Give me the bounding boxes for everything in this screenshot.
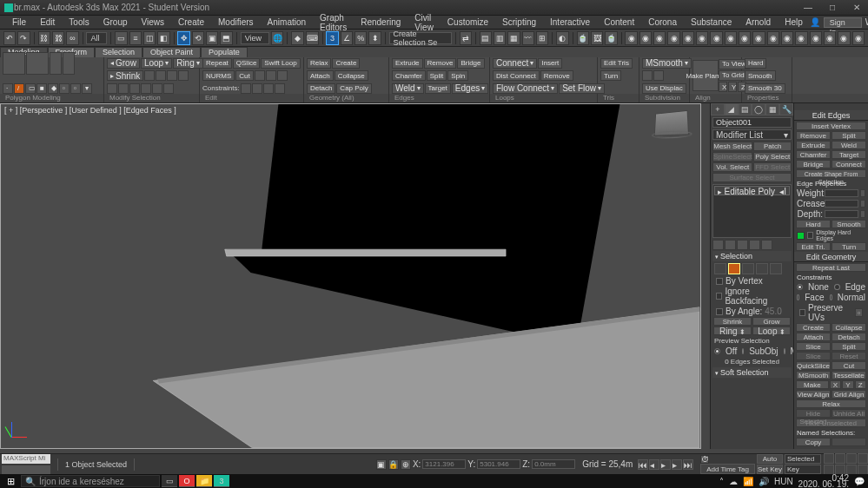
ring-alt1-icon[interactable] xyxy=(167,70,177,81)
layer-icon[interactable]: ▥ xyxy=(494,31,506,45)
select-region-icon[interactable]: ◫ xyxy=(143,31,156,45)
flowconnect-button[interactable]: Flow Connect ▾ xyxy=(493,83,558,94)
menu-create[interactable]: Create xyxy=(171,17,211,27)
tessellate-button[interactable]: Tessellate xyxy=(832,371,866,379)
sign-in-button[interactable]: Sign In xyxy=(824,17,862,28)
ep-smooth-button[interactable]: Smooth xyxy=(832,220,866,228)
mp-y-button[interactable]: Y xyxy=(842,380,853,389)
show-end-result-icon[interactable] xyxy=(725,240,736,250)
taskbar-app-3dsmax[interactable]: 3 xyxy=(214,475,229,487)
menu-animation[interactable]: Animation xyxy=(261,17,313,27)
menu-edit[interactable]: Edit xyxy=(33,17,62,27)
remove-modifier-icon[interactable] xyxy=(749,240,760,250)
loop-sel-button[interactable]: Loop ⬍ xyxy=(752,326,791,335)
hierarchy-tab-icon[interactable]: ▤ xyxy=(739,103,752,115)
select-rotate-icon[interactable]: ⟲ xyxy=(192,31,204,45)
align-icon[interactable]: ▤ xyxy=(480,31,492,45)
prev-frame-icon[interactable]: ◂ xyxy=(649,459,659,470)
grow-button[interactable]: ◂ Grow xyxy=(107,58,140,69)
menu-corona[interactable]: Corona xyxy=(641,17,684,27)
window-crossing-icon[interactable]: ◧ xyxy=(157,31,169,45)
object-name-field[interactable]: Object001 xyxy=(712,117,792,128)
keyboard-shortcut-icon[interactable]: ⌨ xyxy=(306,31,319,45)
edges-dd-button[interactable]: Edges ▾ xyxy=(452,83,488,94)
so-sel-border-icon[interactable] xyxy=(742,263,754,274)
corona-14-icon[interactable]: ◉ xyxy=(810,31,822,45)
ms-1-icon[interactable] xyxy=(107,83,117,94)
qslice-button[interactable]: QSlice xyxy=(233,58,261,69)
nav-zoom-icon[interactable] xyxy=(835,453,845,464)
msmooth-button[interactable]: MSmooth ▾ xyxy=(642,58,692,69)
collapse-button[interactable]: Collapse xyxy=(335,70,368,81)
ep-turn-button[interactable]: Turn xyxy=(832,242,866,251)
vol-select-button[interactable]: Vol. Select xyxy=(712,162,752,172)
crease-spinner[interactable] xyxy=(825,200,858,208)
remove2-button[interactable]: Remove xyxy=(540,70,573,81)
ring-sel-button[interactable]: Ring ⬍ xyxy=(713,326,752,335)
ep-attach-button[interactable]: Attach xyxy=(796,333,831,341)
create-shape-button[interactable]: Create Shape From Selection xyxy=(796,169,866,178)
view-cube[interactable] xyxy=(654,110,689,136)
stack-editable-poly[interactable]: ▸ Editable Poly◂I xyxy=(714,186,790,195)
unlink-icon[interactable]: ⛓̸ xyxy=(52,31,64,45)
menu-content[interactable]: Content xyxy=(597,17,641,27)
schematic-view-icon[interactable]: ⊞ xyxy=(536,31,548,45)
bridge-button[interactable]: Bridge xyxy=(457,58,484,69)
corona-12-icon[interactable]: ◉ xyxy=(781,31,793,45)
sub-2-icon[interactable] xyxy=(653,70,664,81)
menu-rendering[interactable]: Rendering xyxy=(354,17,407,27)
menu-file[interactable]: File xyxy=(5,17,33,27)
tab-objectpaint[interactable]: Object Paint xyxy=(142,47,201,57)
ep-connect-button[interactable]: Connect xyxy=(832,160,866,168)
quickslice-button[interactable]: QuickSlice xyxy=(796,361,831,370)
edit-geometry-header[interactable]: Edit Geometry xyxy=(794,252,868,262)
make-planar-button[interactable]: Make Planar xyxy=(796,380,829,389)
select-name-icon[interactable]: ≡ xyxy=(129,31,142,45)
link-icon[interactable]: ⛓ xyxy=(38,31,50,45)
menu-scripting[interactable]: Scripting xyxy=(495,17,543,27)
ep-remove-button[interactable]: Remove xyxy=(796,131,831,140)
extrude-button[interactable]: Extrude xyxy=(392,58,423,69)
render-production-icon[interactable]: 🍵 xyxy=(605,31,617,45)
constr-face-radio[interactable] xyxy=(797,294,799,300)
y-coord-field[interactable]: 5301.946 xyxy=(477,459,520,469)
smooth-button[interactable]: Smooth xyxy=(745,70,776,81)
weld-button[interactable]: Weld ▾ xyxy=(392,83,424,94)
isolate-icon[interactable]: ▣ xyxy=(376,459,387,470)
task-view-icon[interactable]: ▭ xyxy=(162,475,177,487)
corona-9-icon[interactable]: ◉ xyxy=(739,31,751,45)
ep-weld-button[interactable]: Weld xyxy=(832,141,866,149)
utilities-tab-icon[interactable]: 🔧 xyxy=(779,103,793,115)
setkey-button[interactable]: Set Key xyxy=(757,465,783,474)
tray-clock[interactable]: 0:422020. 06. 19. xyxy=(798,475,849,487)
motion-tab-icon[interactable]: ◯ xyxy=(752,103,765,115)
nav-zoom-all-icon[interactable] xyxy=(846,453,857,464)
so-8-icon[interactable]: ▾ xyxy=(82,83,92,94)
ep-msmooth-button[interactable]: MSmooth xyxy=(796,371,831,379)
target-button[interactable]: Target xyxy=(425,83,451,94)
selection-filter-dropdown[interactable]: All xyxy=(86,32,107,44)
paint-2-icon[interactable] xyxy=(266,70,276,81)
transform-type-icon[interactable]: ⊕ xyxy=(401,459,411,470)
next-frame-icon[interactable]: ▸ xyxy=(672,459,682,470)
key-filter-selected[interactable]: Selected xyxy=(785,454,821,464)
constr-normal-radio[interactable] xyxy=(830,294,832,300)
ep-chamfer-button[interactable]: Chamfer xyxy=(796,150,831,159)
nav-fov-icon[interactable] xyxy=(858,453,868,464)
loop-alt1-icon[interactable] xyxy=(144,70,155,81)
viewport[interactable]: [ + ] [Perspective ] [User Defined ] [Ed… xyxy=(0,103,701,449)
makeplanar-button[interactable]: Make Planar xyxy=(692,60,719,91)
ms-5-icon[interactable] xyxy=(152,83,162,94)
rendered-frame-icon[interactable]: 🖼 xyxy=(591,31,603,45)
snap-toggle-icon[interactable]: 3 xyxy=(326,31,338,45)
repeat-last-button[interactable]: Repeat Last xyxy=(796,263,866,272)
poly-select-button[interactable]: Poly Select xyxy=(753,152,792,162)
time-config-icon[interactable]: ⏱ xyxy=(700,455,709,464)
repeat-button[interactable]: Repeat xyxy=(202,58,232,69)
connect-button[interactable]: Connect ▾ xyxy=(493,58,537,69)
tab-populate[interactable]: Populate xyxy=(201,47,248,57)
create-button[interactable]: Create xyxy=(332,58,360,69)
material-editor-icon[interactable]: ◐ xyxy=(556,31,568,45)
align-y-button[interactable]: Y xyxy=(728,82,737,92)
corona-2-icon[interactable]: ◉ xyxy=(639,31,652,45)
